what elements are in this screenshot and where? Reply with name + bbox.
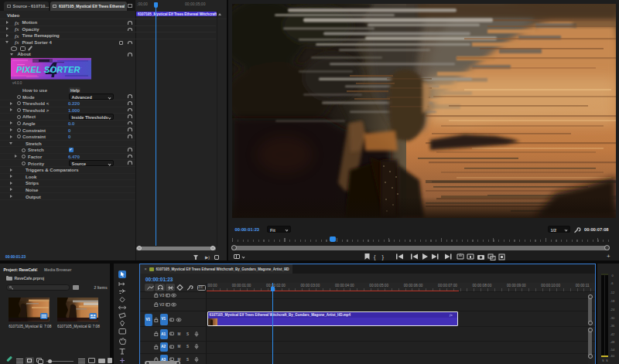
- svg-text:}: }: [382, 253, 385, 260]
- svg-text:PIXEL SORTER: PIXEL SORTER: [16, 65, 80, 74]
- svg-text:{: {: [374, 253, 376, 260]
- svg-text:V2: V2: [159, 302, 164, 307]
- svg-text:V3: V3: [159, 293, 164, 298]
